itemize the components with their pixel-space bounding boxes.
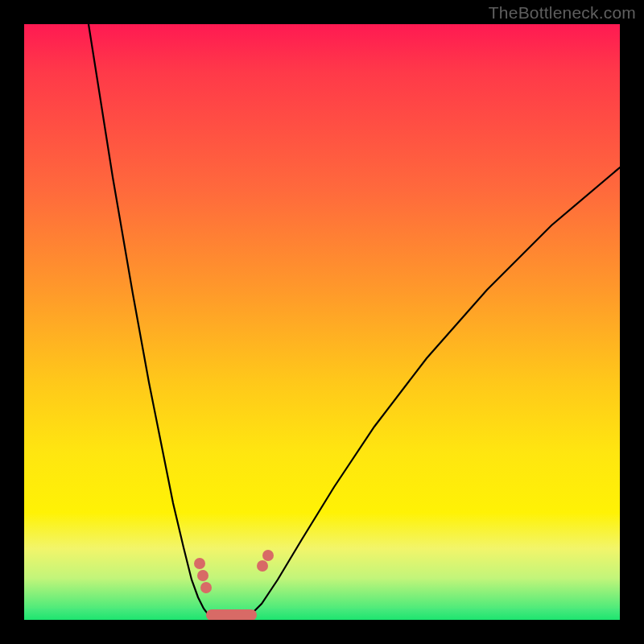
bottom-green-strip (24, 609, 620, 620)
gradient-background (24, 24, 620, 620)
watermark-text: TheBottleneck.com (489, 3, 636, 23)
chart-frame: TheBottleneck.com (0, 0, 644, 644)
